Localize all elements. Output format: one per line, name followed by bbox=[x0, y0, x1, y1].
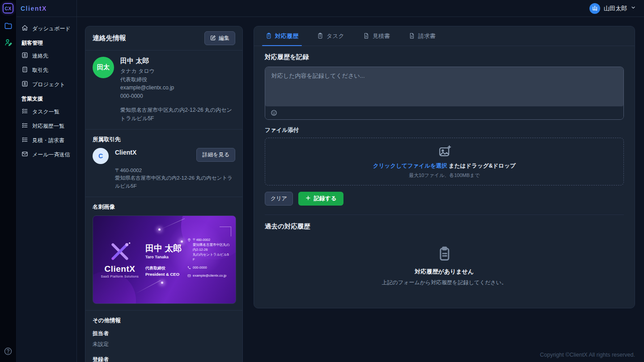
sidebar-item-accounts[interactable]: 取引先 bbox=[21, 63, 74, 77]
document-icon bbox=[409, 33, 415, 40]
card-company-name: ClientX bbox=[99, 264, 140, 274]
copyright: Copyright ©ClientX All rights reserved. bbox=[540, 352, 635, 358]
folder-icon[interactable] bbox=[4, 21, 13, 30]
divider bbox=[265, 215, 624, 215]
sidebar-item-quotes[interactable]: 見積・請求書 bbox=[21, 133, 74, 147]
edit-icon bbox=[210, 35, 216, 42]
company-avatar: C bbox=[93, 148, 109, 164]
icon-rail: CX bbox=[0, 0, 17, 362]
sidebar-item-contacts[interactable]: 連絡先 bbox=[21, 49, 74, 63]
tab-quote[interactable]: 見積書 bbox=[362, 26, 391, 46]
form-actions: クリア 記録する bbox=[265, 192, 624, 206]
empty-title: 対応履歴がありません bbox=[265, 268, 624, 276]
sidebar-item-label: 対応履歴一覧 bbox=[32, 122, 64, 130]
file-dropzone[interactable]: クリックしてファイルを選択 またはドラッグ&ドロップ 最大10ファイル、各100… bbox=[265, 138, 624, 185]
company-name: ClientX bbox=[115, 148, 190, 156]
business-card-section-title: 名刺画像 bbox=[93, 203, 235, 211]
app-logo[interactable]: CX bbox=[3, 3, 13, 13]
history-form-title: 対応履歴を記録 bbox=[265, 53, 624, 61]
contact-address: 愛知県名古屋市中区丸の内2-12-26 丸の内セントラルビル5F bbox=[120, 106, 235, 122]
user-name: 山田太郎 bbox=[604, 4, 627, 13]
history-textarea[interactable] bbox=[265, 67, 623, 106]
location-pin-icon bbox=[187, 238, 191, 243]
attach-label: ファイル添付 bbox=[265, 126, 624, 134]
sidebar-header: ClientX bbox=[17, 0, 76, 17]
file-select-link[interactable]: クリックしてファイルを選択 bbox=[373, 163, 447, 169]
empty-hint: 上記のフォームから対応履歴を記録してください。 bbox=[265, 279, 624, 286]
tab-history[interactable]: 対応履歴 bbox=[265, 26, 299, 46]
topbar: 山 山田太郎 bbox=[77, 0, 644, 17]
contact-job-title: 代表取締役 bbox=[120, 76, 235, 84]
chevron-down-icon bbox=[631, 5, 636, 12]
sidebar-item-projects[interactable]: プロジェクト bbox=[21, 77, 74, 92]
company-detail-button[interactable]: 詳細を見る bbox=[196, 148, 235, 162]
person-edit-icon[interactable] bbox=[4, 38, 13, 46]
sidebar: ClientX ダッシュボード 顧客管理 連絡先 取引先 プロジェクト 営業支援 bbox=[17, 0, 77, 362]
user-menu[interactable]: 山 山田太郎 bbox=[589, 3, 636, 14]
sidebar-item-label: 見積・請求書 bbox=[32, 137, 64, 144]
history-list-title: 過去の対応履歴 bbox=[265, 222, 624, 231]
emoji-button[interactable] bbox=[271, 109, 277, 116]
tab-tasks[interactable]: タスク bbox=[316, 26, 345, 46]
app-root: CX ClientX ダッシュボード 顧客管理 連絡先 bbox=[0, 0, 644, 362]
sidebar-item-label: 連絡先 bbox=[32, 52, 48, 60]
sidebar-item-label: メール一斉送信 bbox=[32, 151, 70, 159]
help-icon[interactable] bbox=[4, 347, 13, 356]
owner-label: 担当者 bbox=[93, 330, 235, 337]
company-address: 〒460-0002 愛知県名古屋市中区丸の内2-12-26 丸の内セントラルビル… bbox=[115, 167, 235, 190]
brand-name[interactable]: ClientX bbox=[21, 5, 47, 12]
sidebar-item-label: 取引先 bbox=[32, 67, 48, 74]
card-person-romaji: Taro Tanaka bbox=[145, 255, 182, 259]
sidebar-item-dashboard[interactable]: ダッシュボード bbox=[21, 21, 74, 36]
sidebar-item-bulk-mail[interactable]: メール一斉送信 bbox=[21, 147, 74, 162]
card-title-en: President & CEO bbox=[145, 272, 182, 277]
clientx-x-logo bbox=[108, 257, 131, 263]
contact-kana: タナカ タロウ bbox=[120, 67, 235, 76]
history-empty-state: 対応履歴がありません 上記のフォームから対応履歴を記録してください。 bbox=[265, 234, 624, 299]
composer-toolbar bbox=[265, 106, 623, 119]
registrant-label: 登録者 bbox=[93, 356, 235, 362]
contact-panel-header: 連絡先情報 編集 bbox=[85, 26, 242, 51]
plus-icon bbox=[305, 195, 311, 202]
sidebar-item-histories[interactable]: 対応履歴一覧 bbox=[21, 119, 74, 133]
checklist-icon bbox=[21, 122, 28, 130]
mail-icon bbox=[187, 274, 191, 278]
main-area: 山 山田太郎 連絡先情報 編集 田太 bbox=[77, 0, 644, 362]
contact-detail-section: 田太 田中 太郎 タナカ タロウ 代表取締役 example@clientx.c… bbox=[85, 51, 242, 130]
card-person-name: 田中 太郎 bbox=[145, 243, 182, 254]
sidebar-item-label: タスク一覧 bbox=[32, 108, 59, 116]
card-tagline: SaaS Platform Solutions bbox=[99, 275, 140, 278]
sidebar-item-label: ダッシュボード bbox=[32, 25, 71, 33]
record-button[interactable]: 記録する bbox=[298, 192, 344, 206]
phone-icon bbox=[187, 265, 191, 270]
checklist-icon bbox=[21, 108, 28, 116]
clipboard-icon bbox=[317, 33, 323, 40]
home-icon bbox=[21, 25, 28, 33]
panel-title: 連絡先情報 bbox=[93, 34, 126, 42]
clear-button[interactable]: クリア bbox=[265, 192, 293, 206]
project-icon bbox=[21, 80, 28, 88]
history-composer bbox=[265, 67, 624, 120]
contact-phone: 000-0000 bbox=[120, 92, 235, 101]
building-icon bbox=[21, 66, 28, 74]
clipboard-list-icon bbox=[436, 257, 453, 263]
document-icon bbox=[363, 33, 369, 40]
tab-invoice[interactable]: 請求書 bbox=[408, 26, 436, 46]
activity-panel: 対応履歴 タスク 見積書 請求書 対応 bbox=[254, 26, 635, 308]
company-section: 所属取引先 C ClientX 詳細を見る 〒460-0002 愛知県名古屋市中… bbox=[85, 130, 242, 197]
card-title-ja: 代表取締役 bbox=[145, 265, 182, 271]
owner-value: 未設定 bbox=[93, 340, 235, 349]
tabbar: 対応履歴 タスク 見積書 請求書 bbox=[254, 26, 635, 46]
user-avatar: 山 bbox=[589, 3, 600, 14]
business-card-image[interactable]: ClientX SaaS Platform Solutions 田中 太郎 Ta… bbox=[93, 215, 236, 304]
contact-avatar: 田太 bbox=[93, 57, 114, 78]
contact-email: example@clientx.co.jp bbox=[120, 84, 235, 92]
page-content: 連絡先情報 編集 田太 田中 太郎 タナカ タロウ 代表取締役 example@… bbox=[77, 17, 644, 362]
sidebar-nav: ダッシュボード 顧客管理 連絡先 取引先 プロジェクト 営業支援 タスク一覧 bbox=[17, 17, 76, 166]
edit-button[interactable]: 編集 bbox=[204, 31, 235, 45]
sidebar-item-tasks[interactable]: タスク一覧 bbox=[21, 105, 74, 119]
sidebar-section-sales: 営業支援 bbox=[21, 92, 74, 105]
mail-icon bbox=[21, 151, 28, 159]
checklist-icon bbox=[21, 136, 28, 144]
image-plus-icon bbox=[437, 144, 452, 160]
